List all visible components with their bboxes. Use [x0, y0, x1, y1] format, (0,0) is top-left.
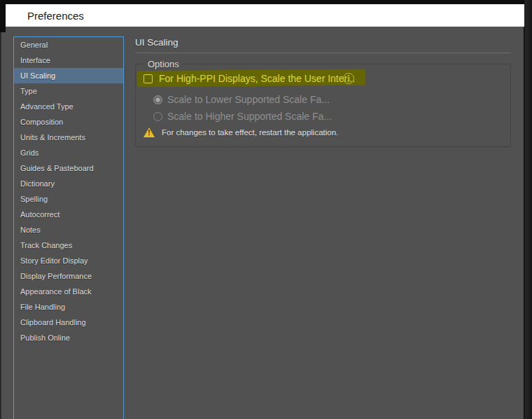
info-icon[interactable]: i [343, 73, 354, 84]
sidebar-item-story-editor-display[interactable]: Story Editor Display [14, 253, 123, 268]
sidebar-item-advanced-type[interactable]: Advanced Type [14, 99, 123, 114]
sidebar-item-track-changes[interactable]: Track Changes [14, 238, 123, 253]
scale-higher-radio-label[interactable]: Scale to Higher Supported Scale Fa... [167, 111, 332, 122]
radio-row-scale-higher: Scale to Higher Supported Scale Fa... [153, 111, 332, 121]
titlebar[interactable]: Preferences [6, 4, 524, 27]
scale-higher-radio[interactable] [153, 112, 162, 121]
sidebar-item-clipboard-handling[interactable]: Clipboard Handling [14, 315, 123, 330]
sidebar-item-spelling[interactable]: Spelling [14, 191, 123, 207]
heading-divider [135, 53, 511, 53]
options-groupbox: Options For High-PPI Displays, Scale the… [135, 64, 511, 147]
window-title: Preferences [27, 10, 84, 22]
window-left-border [0, 0, 6, 32]
page-title: UI Scaling [135, 37, 178, 48]
sidebar-item-autocorrect[interactable]: Autocorrect [14, 207, 123, 222]
sidebar-item-notes[interactable]: Notes [14, 222, 123, 238]
radio-row-scale-lower: Scale to Lower Supported Scale Fa... [153, 95, 330, 104]
sidebar-item-composition[interactable]: Composition [14, 114, 123, 130]
sidebar-item-display-performance[interactable]: Display Performance [14, 268, 123, 284]
preferences-dialog: Preferences GeneralInterfaceUI ScalingTy… [0, 0, 532, 419]
sidebar-item-type[interactable]: Type [14, 83, 123, 99]
sidebar-item-general[interactable]: General [14, 37, 123, 53]
sidebar-list: GeneralInterfaceUI ScalingTypeAdvanced T… [13, 36, 124, 419]
scale-lower-radio-label[interactable]: Scale to Lower Supported Scale Fa... [167, 94, 330, 105]
sidebar-item-ui-scaling[interactable]: UI Scaling [14, 68, 123, 83]
window-left-edge [0, 32, 1, 419]
sidebar-item-dictionary[interactable]: Dictionary [14, 176, 123, 191]
sidebar-item-appearance-of-black[interactable]: Appearance of Black [14, 284, 123, 299]
high-ppi-checkbox[interactable] [144, 74, 153, 83]
sidebar-item-file-handling[interactable]: File Handling [14, 299, 123, 315]
sidebar-item-publish-online[interactable]: Publish Online [14, 330, 123, 345]
restart-warning: For changes to take effect, restart the … [144, 128, 338, 137]
warning-text: For changes to take effect, restart the … [162, 128, 338, 137]
sidebar-item-interface[interactable]: Interface [14, 53, 123, 68]
options-legend: Options [144, 59, 183, 69]
sidebar-item-grids[interactable]: Grids [14, 145, 123, 160]
sidebar-item-units-increments[interactable]: Units & Increments [14, 130, 123, 145]
window-right-edge [524, 0, 532, 419]
high-ppi-checkbox-label[interactable]: For High-PPI Displays, Scale the User In… [159, 73, 355, 84]
sidebar-item-guides-pasteboard[interactable]: Guides & Pasteboard [14, 160, 123, 176]
warning-icon [144, 128, 155, 137]
scale-lower-radio[interactable] [153, 95, 162, 104]
